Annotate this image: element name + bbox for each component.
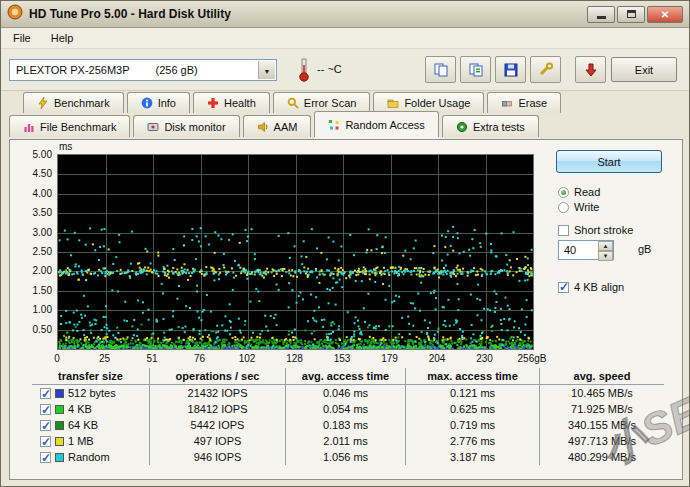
avg-speed-cell: 340.155 MB/s xyxy=(540,417,664,433)
stroke-unit-label: gB xyxy=(638,243,651,255)
file-benchmark-icon xyxy=(23,121,35,133)
tab-label: Erase xyxy=(518,97,547,109)
table-row-label-cell: 1 MB xyxy=(32,433,150,449)
ops-cell: 497 IOPS xyxy=(150,433,286,449)
x-tick-label: 179 xyxy=(381,353,398,364)
drive-capacity: (256 gB) xyxy=(156,64,198,76)
avg-access-cell: 0.054 ms xyxy=(286,401,406,417)
drive-select-combobox[interactable]: PLEXTOR PX-256M3P (256 gB) xyxy=(9,59,277,81)
read-radio[interactable] xyxy=(558,187,569,198)
table-row-label-cell: 4 KB xyxy=(32,401,150,417)
avg-access-cell: 0.046 ms xyxy=(286,385,406,401)
series-checkbox[interactable] xyxy=(40,404,51,415)
series-color-swatch xyxy=(55,405,64,414)
tab-disk-monitor[interactable]: Disk monitor xyxy=(133,115,239,137)
titlebar[interactable]: HD Tune Pro 5.00 - Hard Disk Utility xyxy=(1,1,689,28)
max-access-cell: 2.776 ms xyxy=(406,433,540,449)
series-checkbox[interactable] xyxy=(40,436,51,447)
align-option[interactable]: 4 KB align xyxy=(558,281,624,293)
table-row-label-cell: 512 bytes xyxy=(32,385,150,401)
app-icon xyxy=(7,4,23,24)
series-label: 4 KB xyxy=(68,401,92,417)
tab-health[interactable]: Health xyxy=(193,92,270,113)
series-checkbox[interactable] xyxy=(40,388,51,399)
series-label: 1 MB xyxy=(68,433,94,449)
tab-extra-tests[interactable]: Extra tests xyxy=(442,115,539,137)
tab-row-1: Benchmark Info Health Error Scan Folder … xyxy=(23,91,689,113)
speaker-icon xyxy=(257,121,269,133)
tab-label: Disk monitor xyxy=(164,121,225,133)
menu-file[interactable]: File xyxy=(13,32,31,44)
ops-cell: 5442 IOPS xyxy=(150,417,286,433)
avg-speed-cell: 480.299 MB/s xyxy=(540,449,664,465)
series-color-swatch xyxy=(55,421,64,430)
series-checkbox[interactable] xyxy=(40,420,51,431)
chart-area: ms 5.004.504.003.503.002.502.001.501.000… xyxy=(10,140,555,375)
menubar: File Help xyxy=(1,28,689,49)
series-checkbox[interactable] xyxy=(40,452,51,463)
options-button[interactable] xyxy=(530,56,561,83)
minimize-button[interactable] xyxy=(587,6,615,23)
align-checkbox[interactable] xyxy=(558,282,569,293)
tab-file-benchmark[interactable]: File Benchmark xyxy=(9,115,130,137)
avg-speed-cell: 10.465 MB/s xyxy=(540,385,664,401)
chevron-down-icon xyxy=(264,64,271,76)
write-radio[interactable] xyxy=(558,202,569,213)
spinner-down-button[interactable] xyxy=(598,251,613,261)
tab-aam[interactable]: AAM xyxy=(243,115,312,137)
write-option[interactable]: Write xyxy=(558,201,599,213)
save-icon xyxy=(503,62,519,78)
save-button[interactable] xyxy=(495,56,526,83)
column-header: avg. speed xyxy=(540,368,664,385)
app-window: HD Tune Pro 5.00 - Hard Disk Utility Fil… xyxy=(0,0,690,487)
random-access-panel: ms 5.004.504.003.503.002.502.001.501.000… xyxy=(9,139,683,480)
write-label: Write xyxy=(574,201,599,213)
y-tick-label: 5.00 xyxy=(10,149,52,160)
tab-label: Info xyxy=(158,97,176,109)
avg-speed-cell: 71.925 MB/s xyxy=(540,401,664,417)
tab-error-scan[interactable]: Error Scan xyxy=(273,92,371,113)
copy-screenshot-button[interactable] xyxy=(425,56,456,83)
download-button[interactable] xyxy=(575,56,606,83)
tab-label: Health xyxy=(224,97,256,109)
short-stroke-checkbox[interactable] xyxy=(558,225,569,236)
combo-dropdown-button[interactable] xyxy=(258,61,275,79)
thermometer-icon xyxy=(297,57,311,87)
menu-help[interactable]: Help xyxy=(51,32,74,44)
tab-label: Extra tests xyxy=(473,121,525,133)
window-title: HD Tune Pro 5.00 - Hard Disk Utility xyxy=(29,7,581,21)
avg-access-cell: 1.056 ms xyxy=(286,449,406,465)
short-stroke-label: Short stroke xyxy=(574,224,633,236)
start-button[interactable]: Start xyxy=(556,150,662,173)
table-row-label-cell: 64 KB xyxy=(32,417,150,433)
spinner-up-button[interactable] xyxy=(598,241,613,251)
maximize-button[interactable] xyxy=(617,6,645,23)
tab-strip: Benchmark Info Health Error Scan Folder … xyxy=(1,91,689,139)
side-controls: Start Read Write Short stroke gB 4 KB xyxy=(550,140,682,375)
copy-text-button[interactable] xyxy=(460,56,491,83)
close-button[interactable] xyxy=(647,6,683,23)
drive-model: PLEXTOR PX-256M3P xyxy=(16,64,130,76)
tab-info[interactable]: Info xyxy=(127,92,190,113)
y-tick-label: 3.50 xyxy=(10,207,52,218)
tab-random-access[interactable]: Random Access xyxy=(314,111,438,137)
series-label: 64 KB xyxy=(68,417,98,433)
y-tick-label: 2.00 xyxy=(10,265,52,276)
x-tick-label: 230 xyxy=(476,353,493,364)
avg-access-cell: 2.011 ms xyxy=(286,433,406,449)
extra-tests-icon xyxy=(456,121,468,133)
tab-benchmark[interactable]: Benchmark xyxy=(23,92,124,113)
tab-folder-usage[interactable]: Folder Usage xyxy=(373,92,484,113)
column-header: max. access time xyxy=(406,368,540,385)
ops-cell: 21432 IOPS xyxy=(150,385,286,401)
tab-erase[interactable]: Erase xyxy=(487,92,561,113)
download-arrow-icon xyxy=(583,62,599,78)
x-tick-label: 51 xyxy=(146,353,157,364)
exit-button[interactable]: Exit xyxy=(611,57,677,82)
tab-label: AAM xyxy=(274,121,298,133)
chart-canvas xyxy=(57,154,534,350)
short-stroke-option[interactable]: Short stroke xyxy=(558,224,633,236)
results-table: transfer size operations / sec avg. acce… xyxy=(32,368,664,465)
y-tick-label: 2.50 xyxy=(10,246,52,257)
read-option[interactable]: Read xyxy=(558,186,600,198)
